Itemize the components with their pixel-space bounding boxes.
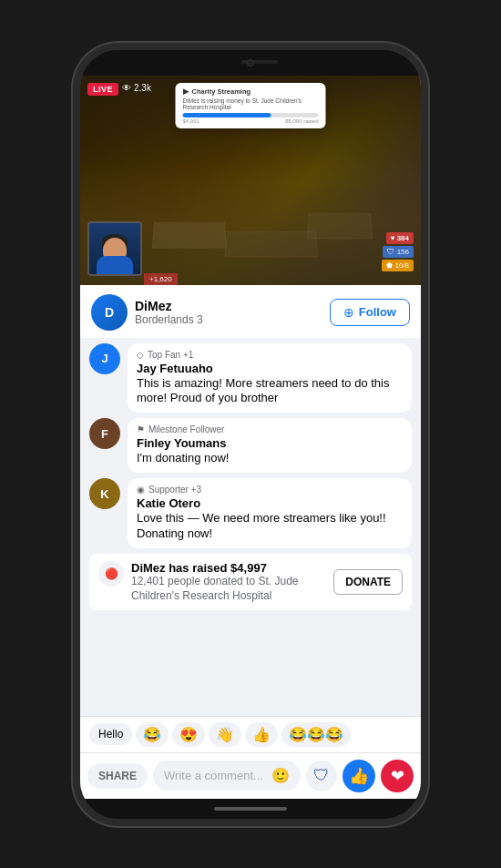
shield-icon: 🛡 bbox=[313, 766, 330, 785]
streamer-body bbox=[97, 256, 133, 274]
comment-input-bar: SHARE Write a comment... 🙂 🛡 👍 ❤ bbox=[80, 752, 421, 799]
comment-input-field[interactable]: Write a comment... 🙂 bbox=[153, 761, 301, 791]
score-overlay: +1,620 bbox=[144, 273, 178, 285]
donation-progress-bar-fill bbox=[183, 113, 271, 117]
donation-progress-bar-container bbox=[183, 113, 319, 117]
thumbsup-reaction[interactable]: 👍 bbox=[245, 722, 278, 747]
donation-text-block: DiMez has raised $4,997 12,401 people do… bbox=[131, 561, 326, 603]
comment-text: I'm donating now! bbox=[137, 451, 403, 466]
comment-author[interactable]: Jay Fetuuaho bbox=[137, 362, 403, 375]
heart-button[interactable]: ❤ bbox=[381, 760, 414, 792]
shield-button[interactable]: 🛡 bbox=[306, 761, 337, 791]
donate-button[interactable]: DONATE bbox=[333, 569, 403, 595]
hello-reaction[interactable]: Hello bbox=[89, 723, 132, 745]
top-fan-icon: ◇ bbox=[137, 350, 144, 360]
donation-notif-header: ▶ Charity Streaming bbox=[183, 87, 319, 96]
streamer-face bbox=[89, 223, 140, 274]
emoji-picker-icon[interactable]: 🙂 bbox=[271, 767, 290, 784]
comment-badge: ⚑ Milestone Follower bbox=[137, 424, 403, 434]
like-button[interactable]: 👍 bbox=[343, 760, 375, 792]
post-user-name: DiMez bbox=[135, 299, 203, 313]
donation-subtitle: 12,401 people donated to St. Jude Childr… bbox=[131, 575, 326, 603]
donation-notification[interactable]: ▶ Charity Streaming DiMez is raising mon… bbox=[176, 83, 326, 128]
ammo-bar: ⬟ 10/8 bbox=[382, 260, 414, 271]
live-badge: LIVE bbox=[87, 83, 118, 96]
laughing3-reaction[interactable]: 😂😂😂 bbox=[281, 722, 351, 747]
eye-icon: 👁 bbox=[122, 83, 131, 93]
comment-avatar[interactable]: F bbox=[89, 418, 120, 449]
donation-amounts: $4,991 $5,000 raised bbox=[183, 118, 319, 124]
game-hud: ♥ 384 🛡 156 ⬟ 10/8 bbox=[382, 232, 414, 271]
notch-area bbox=[80, 50, 421, 76]
donation-info: 🔴 DiMez has raised $4,997 12,401 people … bbox=[98, 561, 326, 603]
share-button[interactable]: SHARE bbox=[87, 763, 148, 789]
phone-screen: LIVE 👁 2.3k ▶ Charity Streaming DiMez is… bbox=[80, 76, 421, 799]
comment-badge: ◉ Supporter +3 bbox=[137, 485, 403, 495]
streamer-webcam bbox=[87, 221, 142, 276]
comment-bubble: ◇ Top Fan +1 Jay Fetuuaho This is amazin… bbox=[128, 343, 412, 414]
comment-item: J ◇ Top Fan +1 Jay Fetuuaho This is amaz… bbox=[89, 343, 412, 414]
comment-text: Love this — We need more streamers like … bbox=[137, 511, 403, 542]
comment-author[interactable]: Finley Youmans bbox=[137, 436, 403, 450]
charity-icon: ▶ bbox=[183, 87, 189, 96]
video-section[interactable]: LIVE 👁 2.3k ▶ Charity Streaming DiMez is… bbox=[80, 76, 421, 285]
comment-item: F ⚑ Milestone Follower Finley Youmans I'… bbox=[89, 418, 412, 473]
comment-author[interactable]: Katie Otero bbox=[137, 496, 403, 510]
comment-avatar[interactable]: K bbox=[89, 478, 120, 509]
dimez-avatar[interactable]: D bbox=[91, 294, 128, 331]
comment-bubble: ⚑ Milestone Follower Finley Youmans I'm … bbox=[128, 418, 412, 473]
comments-section[interactable]: J ◇ Top Fan +1 Jay Fetuuaho This is amaz… bbox=[80, 338, 421, 716]
notch bbox=[205, 55, 296, 71]
comment-text: This is amazing! More streamers need to … bbox=[137, 376, 403, 407]
supporter-icon: ◉ bbox=[137, 485, 145, 495]
donation-row: 🔴 DiMez has raised $4,997 12,401 people … bbox=[89, 554, 412, 610]
viewer-count: 👁 2.3k bbox=[122, 83, 151, 93]
post-user-info[interactable]: D DiMez Borderlands 3 bbox=[91, 294, 203, 331]
comment-item: K ◉ Supporter +3 Katie Otero Love this —… bbox=[89, 478, 412, 548]
comment-bubble: ◉ Supporter +3 Katie Otero Love this — W… bbox=[128, 478, 412, 548]
health-bar: ♥ 384 bbox=[386, 232, 414, 244]
thumbsup-icon: 👍 bbox=[349, 766, 369, 786]
laughing-reaction[interactable]: 😂 bbox=[136, 722, 169, 747]
home-indicator[interactable] bbox=[214, 807, 287, 811]
phone-frame: LIVE 👁 2.3k ▶ Charity Streaming DiMez is… bbox=[73, 43, 428, 826]
milestone-icon: ⚑ bbox=[137, 424, 145, 434]
post-user-text: DiMez Borderlands 3 bbox=[135, 299, 203, 326]
comment-badge: ◇ Top Fan +1 bbox=[137, 350, 403, 360]
plus-icon: ⊕ bbox=[343, 305, 354, 320]
heart-eyes-reaction[interactable]: 😍 bbox=[172, 722, 205, 747]
shield-bar: 🛡 156 bbox=[383, 246, 414, 258]
post-header-section: D DiMez Borderlands 3 ⊕ Follow bbox=[80, 285, 421, 338]
reaction-bar: Hello 😂 😍 👋 👍 😂😂😂 bbox=[80, 716, 421, 752]
home-bar bbox=[80, 799, 421, 819]
donation-notif-subtext: DiMez is raising money to St. Jude Child… bbox=[183, 97, 319, 110]
camera bbox=[247, 59, 254, 66]
follow-button[interactable]: ⊕ Follow bbox=[330, 299, 410, 326]
comment-avatar[interactable]: J bbox=[89, 343, 120, 374]
post-header: D DiMez Borderlands 3 ⊕ Follow bbox=[91, 294, 410, 331]
donation-title: DiMez has raised $4,997 bbox=[131, 561, 326, 575]
post-user-game: Borderlands 3 bbox=[135, 313, 203, 326]
heart-icon: ❤ bbox=[391, 766, 404, 786]
donation-icon: 🔴 bbox=[98, 561, 124, 587]
comment-placeholder: Write a comment... bbox=[164, 769, 263, 782]
wave-reaction[interactable]: 👋 bbox=[209, 722, 241, 747]
